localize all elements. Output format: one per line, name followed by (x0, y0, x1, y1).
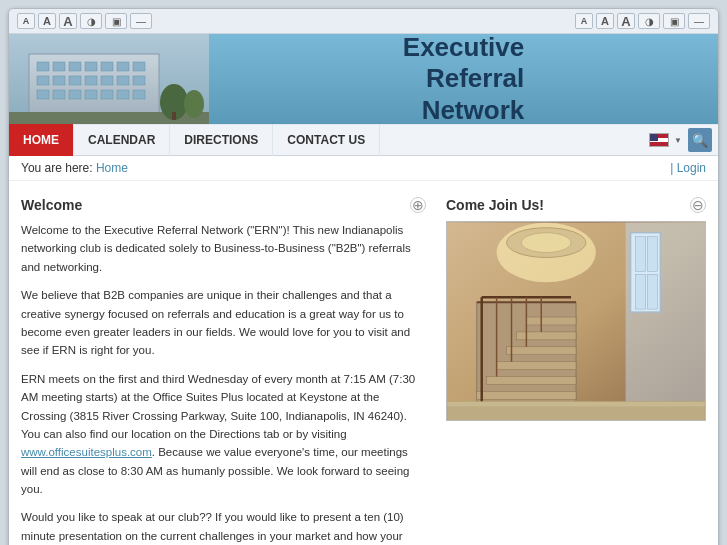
svg-rect-44 (516, 332, 576, 340)
language-flag[interactable]: ▼ (649, 133, 682, 147)
font-size-large-btn2[interactable]: A (617, 13, 635, 29)
svg-rect-42 (497, 362, 576, 370)
svg-rect-17 (37, 90, 49, 99)
nav-item-directions[interactable]: DIRECTIONS (170, 124, 273, 156)
svg-rect-40 (477, 391, 576, 399)
join-title: Come Join Us! (446, 197, 544, 213)
nav-item-home[interactable]: HOME (9, 124, 74, 156)
svg-rect-43 (507, 347, 576, 355)
join-section-header: Come Join Us! ⊖ (446, 197, 706, 213)
right-column: Come Join Us! ⊖ (446, 197, 706, 545)
welcome-paragraph-3: ERN meets on the first and third Wednesd… (21, 370, 426, 499)
svg-point-31 (521, 233, 571, 253)
left-column: Welcome ⊕ Welcome to the Executive Refer… (21, 197, 426, 545)
minimize-icon2[interactable]: — (688, 13, 710, 29)
svg-rect-4 (53, 62, 65, 71)
toolbar-group-left: A A A ◑ ▣ — (17, 13, 152, 29)
office-suites-link[interactable]: www.officesuitesplus.com (21, 446, 152, 458)
font-size-large-btn[interactable]: A (59, 13, 77, 29)
svg-rect-6 (85, 62, 97, 71)
svg-rect-15 (117, 76, 129, 85)
welcome-paragraph-2: We believe that B2B companies are unique… (21, 286, 426, 360)
svg-rect-34 (636, 237, 646, 272)
join-collapse-btn[interactable]: ⊖ (690, 197, 706, 213)
svg-rect-12 (69, 76, 81, 85)
login-link-container: | Login (670, 161, 706, 175)
svg-rect-16 (133, 76, 145, 85)
search-button[interactable]: 🔍 (688, 128, 712, 152)
svg-rect-19 (69, 90, 81, 99)
svg-rect-20 (85, 90, 97, 99)
nav-item-calendar[interactable]: CALENDAR (74, 124, 170, 156)
svg-rect-23 (133, 90, 145, 99)
minimize-icon[interactable]: — (130, 13, 152, 29)
welcome-section-header: Welcome ⊕ (21, 197, 426, 213)
breadcrumb: You are here: Home (21, 161, 128, 175)
breadcrumb-bar: You are here: Home | Login (9, 156, 718, 181)
header-building-image (9, 34, 209, 124)
svg-rect-5 (69, 62, 81, 71)
svg-rect-18 (53, 90, 65, 99)
language-dropdown-arrow: ▼ (674, 136, 682, 145)
header-title-line3: Network (403, 95, 524, 124)
window-icon[interactable]: ▣ (105, 13, 127, 29)
welcome-paragraph-1: Welcome to the Executive Referral Networ… (21, 221, 426, 276)
svg-rect-36 (636, 274, 646, 309)
svg-rect-22 (117, 90, 129, 99)
nav-bar: HOME CALENDAR DIRECTIONS CONTACT US ▼ 🔍 (9, 124, 718, 156)
welcome-title: Welcome (21, 197, 82, 213)
breadcrumb-prefix: You are here: (21, 161, 96, 175)
svg-point-27 (184, 90, 204, 118)
contrast-icon2[interactable]: ◑ (638, 13, 660, 29)
font-size-medium-btn2[interactable]: A (596, 13, 614, 29)
svg-rect-13 (85, 76, 97, 85)
svg-rect-7 (101, 62, 113, 71)
svg-rect-35 (647, 237, 657, 272)
svg-rect-8 (117, 62, 129, 71)
svg-rect-11 (53, 76, 65, 85)
nav-item-contact[interactable]: CONTACT US (273, 124, 380, 156)
welcome-paragraph-4: Would you like to speak at our club?? If… (21, 508, 426, 545)
header-title-line1: Executive (403, 34, 524, 63)
svg-rect-10 (37, 76, 49, 85)
svg-marker-53 (447, 406, 705, 421)
font-size-small-btn[interactable]: A (17, 13, 35, 29)
svg-rect-9 (133, 62, 145, 71)
window-icon2[interactable]: ▣ (663, 13, 685, 29)
breadcrumb-home-link[interactable]: Home (96, 161, 128, 175)
svg-rect-41 (487, 377, 576, 385)
svg-rect-26 (172, 112, 176, 120)
top-toolbar: A A A ◑ ▣ — A A A ◑ ▣ — (9, 9, 718, 34)
content-area: Welcome ⊕ Welcome to the Executive Refer… (9, 181, 718, 545)
us-flag-icon (649, 133, 669, 147)
join-us-image (446, 221, 706, 421)
svg-rect-21 (101, 90, 113, 99)
font-size-medium-btn[interactable]: A (38, 13, 56, 29)
contrast-icon[interactable]: ◑ (80, 13, 102, 29)
login-link[interactable]: | Login (670, 161, 706, 175)
toolbar-group-right: A A A ◑ ▣ — (575, 13, 710, 29)
svg-rect-37 (647, 274, 657, 309)
header-title-line2: Referral (403, 63, 524, 94)
site-header: Executive Referral Network (9, 34, 718, 124)
svg-rect-14 (101, 76, 113, 85)
svg-rect-3 (37, 62, 49, 71)
search-icon: 🔍 (692, 133, 708, 148)
font-size-small-btn2[interactable]: A (575, 13, 593, 29)
header-title: Executive Referral Network (209, 34, 718, 124)
welcome-collapse-btn[interactable]: ⊕ (410, 197, 426, 213)
svg-rect-45 (526, 317, 576, 325)
